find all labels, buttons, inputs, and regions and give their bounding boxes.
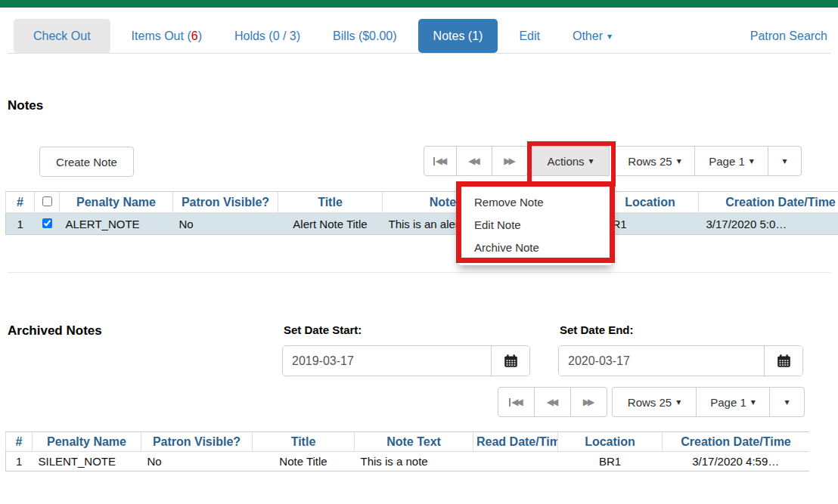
- col-header-title[interactable]: Title: [278, 192, 383, 213]
- tab-bills[interactable]: Bills ($0.00): [321, 19, 408, 53]
- cell-location: BR1: [602, 213, 699, 235]
- cell-patron-visible: No: [173, 213, 278, 235]
- cell-penalty-name: ALERT_NOTE: [60, 213, 173, 235]
- grid-settings-dropdown-button[interactable]: ▾: [769, 387, 805, 417]
- notes-pager-group: ◀◀ ◀◀ ▶▶: [424, 146, 528, 176]
- menu-item-edit-note[interactable]: Edit Note: [461, 213, 610, 236]
- cell-creation-date: 3/17/2020 4:59…: [663, 452, 810, 472]
- first-page-button[interactable]: ◀◀: [424, 146, 457, 176]
- previous-page-button[interactable]: ◀◀: [456, 146, 492, 176]
- col-header-location[interactable]: Location: [558, 432, 663, 452]
- col-header-location[interactable]: Location: [602, 192, 699, 213]
- menu-item-remove-note[interactable]: Remove Note: [461, 190, 610, 213]
- col-header-select-all: [35, 192, 60, 213]
- col-header-note-text[interactable]: Note Text: [355, 432, 473, 452]
- archived-table-wrapper: # Penalty Name Patron Visible? Title Not…: [5, 431, 809, 472]
- patron-search-label: Patron Search: [750, 29, 827, 43]
- row-checkbox[interactable]: [42, 218, 52, 228]
- next-page-icon: ▶▶: [504, 156, 515, 165]
- tab-notes-label: Notes (1): [433, 29, 483, 43]
- items-out-count: 6: [191, 29, 198, 43]
- rows-label: Rows 25: [628, 396, 672, 409]
- cell-creation-date: 3/17/2020 5:0…: [699, 213, 838, 235]
- date-start-label: Set Date Start:: [284, 323, 362, 336]
- first-page-button[interactable]: ◀◀: [498, 387, 535, 417]
- tab-other-label: Other: [573, 29, 603, 43]
- archived-grid-toolbar: ◀◀ ◀◀ ▶▶ Rows 25 ▾ Page 1 ▾ ▾: [498, 387, 805, 417]
- tab-items-out[interactable]: Items Out (6): [120, 19, 213, 53]
- calendar-icon: [777, 354, 791, 368]
- chevron-down-icon: ▾: [677, 156, 681, 165]
- next-page-button[interactable]: ▶▶: [492, 146, 528, 176]
- chevron-down-icon: ▾: [676, 397, 681, 407]
- col-header-patron-visible[interactable]: Patron Visible?: [141, 432, 253, 452]
- page-label: Page 1: [709, 155, 745, 168]
- cell-location: BR1: [558, 452, 663, 472]
- cell-read-date: [473, 452, 558, 472]
- col-header-patron-visible[interactable]: Patron Visible?: [173, 192, 278, 213]
- tab-edit[interactable]: Edit: [507, 19, 551, 53]
- create-note-button[interactable]: Create Note: [39, 147, 134, 177]
- chevron-down-icon: ▾: [782, 156, 787, 165]
- previous-page-button[interactable]: ◀◀: [534, 387, 571, 417]
- cell-note-text: This is a note: [355, 452, 473, 472]
- rows-dropdown-button[interactable]: Rows 25 ▾: [614, 146, 695, 176]
- row-index: 1: [6, 213, 35, 235]
- previous-page-icon: ◀◀: [468, 156, 480, 165]
- col-header-read-date[interactable]: Read Date/Time: [473, 432, 558, 452]
- page-dropdown-button[interactable]: Page 1 ▾: [694, 146, 768, 176]
- chevron-down-icon: ▾: [750, 156, 754, 165]
- first-page-icon: [509, 398, 511, 407]
- notes-rows-page-group: Rows 25 ▾ Page 1 ▾ ▾: [614, 146, 802, 176]
- grid-settings-dropdown-button[interactable]: ▾: [768, 146, 802, 176]
- menu-item-archive-note[interactable]: Archive Note: [461, 236, 610, 258]
- date-start-group: [282, 345, 530, 376]
- date-end-input[interactable]: [559, 346, 764, 376]
- next-page-button[interactable]: ▶▶: [570, 387, 607, 417]
- patron-search-link[interactable]: Patron Search: [750, 19, 827, 53]
- col-header-index[interactable]: #: [6, 432, 33, 452]
- chevron-down-icon: ▾: [784, 397, 789, 407]
- rows-label: Rows 25: [628, 155, 672, 168]
- table-row[interactable]: 1 ALERT_NOTE No Alert Note Title This is…: [6, 213, 838, 235]
- date-start-input[interactable]: [283, 346, 491, 376]
- col-header-creation-date[interactable]: Creation Date/Time: [699, 192, 838, 213]
- tab-bills-label: Bills ($0.00): [333, 29, 396, 43]
- select-all-checkbox[interactable]: [42, 196, 52, 206]
- col-header-creation-date[interactable]: Creation Date/Time: [663, 432, 810, 452]
- previous-page-icon: ◀◀: [547, 397, 558, 407]
- date-start-calendar-button[interactable]: [491, 346, 529, 376]
- date-end-calendar-button[interactable]: [764, 346, 802, 376]
- cell-title: Alert Note Title: [278, 213, 383, 235]
- actions-dropdown-button[interactable]: Actions ▾: [531, 146, 610, 176]
- archived-notes-heading: Archived Notes: [8, 323, 102, 339]
- archived-table-header-row: # Penalty Name Patron Visible? Title Not…: [6, 432, 810, 452]
- archived-pager-group: ◀◀ ◀◀ ▶▶: [498, 387, 607, 417]
- notes-heading: Notes: [8, 98, 43, 113]
- col-header-title[interactable]: Title: [253, 432, 355, 452]
- col-header-penalty-name[interactable]: Penalty Name: [33, 432, 141, 452]
- archived-notes-table: # Penalty Name Patron Visible? Title Not…: [5, 431, 809, 472]
- tab-notes[interactable]: Notes (1): [418, 19, 498, 53]
- tab-edit-label: Edit: [519, 29, 540, 43]
- chevron-down-icon: ▾: [589, 156, 594, 165]
- page-dropdown-button[interactable]: Page 1 ▾: [696, 387, 770, 417]
- chevron-down-icon: ▾: [751, 397, 756, 407]
- notes-table-wrapper: # Penalty Name Patron Visible? Title Not…: [5, 191, 838, 235]
- tab-other[interactable]: Other ▾: [561, 19, 623, 53]
- rows-dropdown-button[interactable]: Rows 25 ▾: [612, 387, 697, 417]
- chevron-down-icon: ▾: [607, 32, 612, 41]
- tab-items-out-close-paren: ): [198, 29, 202, 43]
- tab-holds-label: Holds (0 / 3): [234, 29, 300, 43]
- next-page-icon: ▶▶: [583, 397, 594, 407]
- tab-holds[interactable]: Holds (0 / 3): [223, 19, 312, 53]
- tab-check-out-label: Check Out: [33, 29, 91, 43]
- tab-check-out[interactable]: Check Out: [14, 19, 110, 53]
- actions-label: Actions: [547, 155, 584, 168]
- table-row[interactable]: 1 SILENT_NOTE No Note Title This is a no…: [6, 452, 810, 472]
- col-header-index[interactable]: #: [6, 192, 35, 213]
- col-header-penalty-name[interactable]: Penalty Name: [60, 192, 173, 213]
- notes-table-header-row: # Penalty Name Patron Visible? Title Not…: [6, 192, 838, 213]
- cell-penalty-name: SILENT_NOTE: [33, 452, 141, 472]
- date-end-label: Set Date End:: [560, 323, 634, 336]
